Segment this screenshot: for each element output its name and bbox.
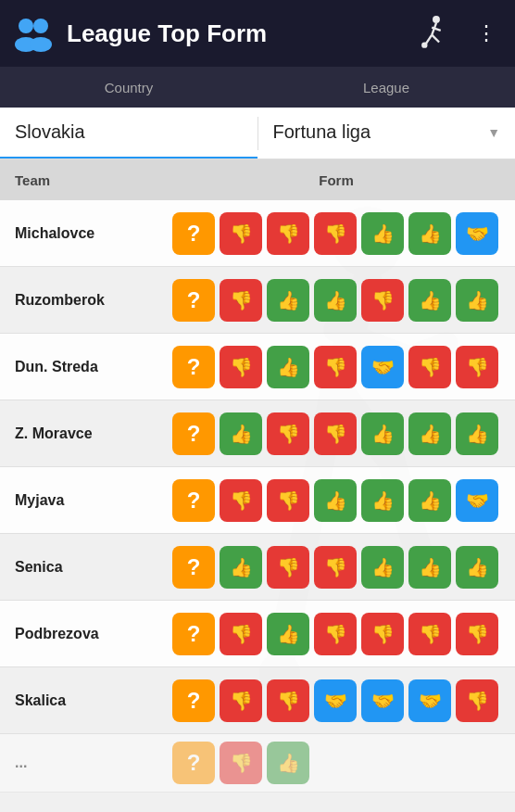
- form-icon[interactable]: 👍: [267, 279, 309, 322]
- form-icon[interactable]: 👎: [314, 212, 357, 255]
- form-icon[interactable]: 👎: [267, 479, 309, 522]
- form-icon[interactable]: 👎: [220, 679, 262, 722]
- form-icon[interactable]: 👎: [267, 212, 309, 255]
- form-icon[interactable]: ?: [172, 479, 215, 522]
- form-icon[interactable]: 👍: [408, 546, 451, 589]
- form-icon[interactable]: 👍: [408, 279, 451, 322]
- form-icon[interactable]: ?: [172, 613, 215, 655]
- form-icon[interactable]: 👎: [456, 346, 498, 388]
- form-icon[interactable]: 👎: [314, 412, 357, 455]
- app-title: League Top Form: [67, 19, 404, 48]
- team-name: Dun. Streda: [15, 359, 172, 375]
- handshake-icon: 🤝: [324, 690, 347, 712]
- form-icon[interactable]: 👎: [220, 212, 262, 255]
- thumbdown-icon: 👎: [277, 556, 300, 578]
- thumbdown-icon: 👎: [324, 423, 347, 445]
- form-icon[interactable]: 🤝: [361, 346, 404, 388]
- thumbdown-icon: 👎: [230, 752, 253, 774]
- form-icon[interactable]: 👍: [361, 412, 404, 455]
- form-icon[interactable]: 👎: [456, 679, 498, 722]
- league-selector[interactable]: Fortuna liga ▼: [258, 108, 516, 159]
- form-icon[interactable]: ?: [172, 212, 215, 255]
- thumbdown-icon: 👎: [324, 556, 347, 578]
- thumbup-icon: 👍: [466, 423, 489, 445]
- menu-icon[interactable]: ⋮: [469, 18, 504, 49]
- svg-point-1: [33, 19, 48, 33]
- form-icon[interactable]: 👍: [456, 546, 498, 589]
- league-dropdown-arrow: ▼: [487, 125, 500, 140]
- form-icon[interactable]: 👍: [361, 546, 404, 589]
- form-icon[interactable]: 👍: [361, 212, 404, 255]
- table-header: Team Form: [0, 159, 515, 200]
- form-icon[interactable]: 👍: [456, 412, 498, 455]
- form-icon[interactable]: 👎: [314, 346, 357, 388]
- form-icon[interactable]: 👍: [361, 479, 404, 522]
- thumbdown-icon: 👎: [230, 356, 253, 378]
- form-icon[interactable]: 👎: [314, 546, 357, 589]
- form-icon[interactable]: 👎: [220, 279, 262, 322]
- form-icon[interactable]: 👍: [408, 479, 451, 522]
- question-icon: ?: [187, 688, 201, 714]
- form-icon[interactable]: 👍: [267, 346, 309, 388]
- thumbup-icon: 👍: [419, 289, 442, 311]
- form-icon[interactable]: ?: [172, 346, 215, 388]
- tab-country[interactable]: Country: [0, 67, 258, 108]
- team-name: Skalica: [15, 692, 172, 709]
- form-icon[interactable]: 👎: [408, 613, 451, 655]
- form-icons: ?👎👍👎🤝👎👎: [172, 346, 500, 388]
- table-row: Myjava?👎👎👍👍👍🤝: [0, 467, 515, 534]
- svg-point-9: [421, 43, 427, 48]
- tab-league[interactable]: League: [258, 67, 515, 108]
- form-icon[interactable]: 🤝: [314, 679, 357, 722]
- thumbup-icon: 👍: [277, 623, 300, 645]
- form-icon[interactable]: 👎: [220, 613, 262, 655]
- form-icon[interactable]: ?: [172, 279, 215, 322]
- app-header: League Top Form ⋮: [0, 0, 515, 67]
- form-icon[interactable]: 👎: [267, 679, 309, 722]
- thumbdown-icon: 👎: [371, 289, 395, 311]
- form-icon[interactable]: 👎: [408, 346, 451, 388]
- table-row: Ruzomberok?👎👍👍👎👍👍: [0, 267, 515, 334]
- thumbdown-icon: 👎: [277, 423, 300, 445]
- form-icon[interactable]: 👍: [408, 212, 451, 255]
- form-icon[interactable]: 🤝: [456, 212, 498, 255]
- question-icon: ?: [187, 421, 201, 447]
- form-icon[interactable]: 👍: [314, 479, 357, 522]
- form-icon[interactable]: 🤝: [408, 679, 451, 722]
- form-icon[interactable]: 👍: [408, 412, 451, 455]
- form-icon[interactable]: 👎: [220, 346, 262, 388]
- form-icon[interactable]: 👍: [220, 546, 262, 589]
- country-selector[interactable]: Slovakia: [0, 108, 258, 159]
- form-icon[interactable]: 👍: [220, 412, 262, 455]
- form-icon[interactable]: 👎: [456, 613, 498, 655]
- form-icon[interactable]: ?: [172, 679, 215, 722]
- form-icon[interactable]: 👎: [314, 613, 357, 655]
- table-row: Z. Moravce?👍👎👎👍👍👍: [0, 400, 515, 467]
- thumbdown-icon: 👎: [466, 623, 489, 645]
- thumbup-icon: 👍: [419, 423, 442, 445]
- team-name: Podbrezova: [15, 626, 172, 642]
- form-icon[interactable]: 👎: [267, 412, 309, 455]
- form-icon[interactable]: 👍: [267, 613, 309, 655]
- table-row: Skalica?👎👎🤝🤝🤝👎: [0, 667, 515, 734]
- form-icon[interactable]: 👎: [361, 613, 404, 655]
- handshake-icon: 🤝: [371, 690, 395, 712]
- form-icon[interactable]: 👎: [361, 279, 404, 322]
- thumbdown-icon: 👎: [371, 623, 395, 645]
- svg-line-7: [432, 35, 439, 43]
- form-icon[interactable]: 🤝: [456, 479, 498, 522]
- handshake-icon: 🤝: [466, 222, 489, 245]
- thumbup-icon: 👍: [277, 289, 300, 311]
- form-icon[interactable]: 👍: [314, 279, 357, 322]
- svg-point-3: [30, 37, 52, 52]
- thumbup-icon: 👍: [419, 489, 442, 512]
- form-icon[interactable]: 🤝: [361, 679, 404, 722]
- form-icon[interactable]: ?: [172, 412, 215, 455]
- question-icon: ?: [187, 221, 201, 247]
- form-icon[interactable]: 👎: [267, 546, 309, 589]
- form-icon[interactable]: 👍: [456, 279, 498, 322]
- form-icon[interactable]: ?: [172, 546, 215, 589]
- thumbup-icon: 👍: [324, 289, 347, 311]
- form-icons: ?👎👎🤝🤝🤝👎: [172, 679, 500, 722]
- form-icon[interactable]: 👎: [220, 479, 262, 522]
